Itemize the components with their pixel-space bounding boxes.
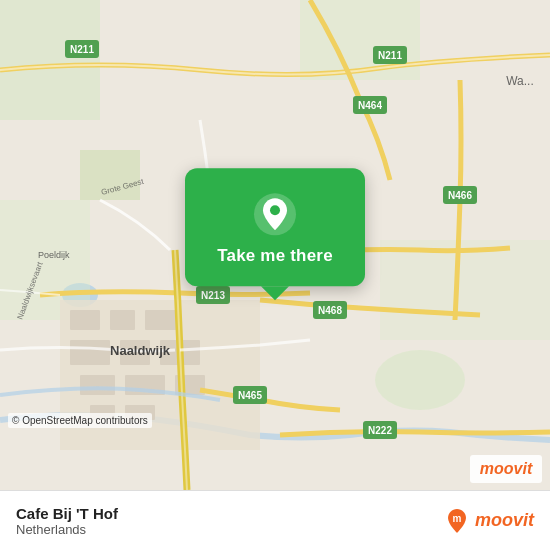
take-me-there-button[interactable]: Take me there [217, 246, 333, 266]
moovit-pin-icon: m [443, 507, 471, 535]
svg-text:N465: N465 [238, 390, 262, 401]
svg-point-46 [270, 205, 280, 215]
svg-rect-12 [70, 340, 110, 365]
moovit-logo: m moovit [443, 507, 534, 535]
svg-text:Wa...: Wa... [506, 74, 534, 88]
location-country: Netherlands [16, 522, 118, 537]
svg-text:N468: N468 [318, 305, 342, 316]
svg-text:Poeldijk: Poeldijk [38, 250, 70, 260]
svg-text:N222: N222 [368, 425, 392, 436]
svg-text:m: m [453, 513, 462, 524]
osm-attribution: © OpenStreetMap contributors [8, 413, 152, 428]
svg-text:N466: N466 [448, 190, 472, 201]
svg-rect-15 [80, 375, 115, 395]
location-info: Cafe Bij 'T Hof Netherlands [16, 505, 118, 537]
svg-text:Naaldwijk: Naaldwijk [110, 343, 171, 358]
svg-rect-10 [110, 310, 135, 330]
svg-text:N211: N211 [378, 50, 402, 61]
map-container: N211 N211 N464 N466 N466 N213 N468 N465 … [0, 0, 550, 490]
svg-rect-2 [0, 0, 100, 120]
info-bar: Cafe Bij 'T Hof Netherlands m moovit [0, 490, 550, 550]
svg-point-4 [375, 350, 465, 410]
svg-text:N211: N211 [70, 44, 94, 55]
svg-text:N464: N464 [358, 100, 382, 111]
popup-card[interactable]: Take me there [185, 168, 365, 286]
moovit-logo-text: moovit [475, 510, 534, 531]
svg-text:N213: N213 [201, 290, 225, 301]
location-pin-icon [253, 192, 297, 236]
svg-rect-7 [380, 240, 550, 340]
svg-rect-11 [145, 310, 180, 330]
location-name: Cafe Bij 'T Hof [16, 505, 118, 522]
svg-rect-9 [70, 310, 100, 330]
svg-text:moovit: moovit [480, 460, 533, 477]
